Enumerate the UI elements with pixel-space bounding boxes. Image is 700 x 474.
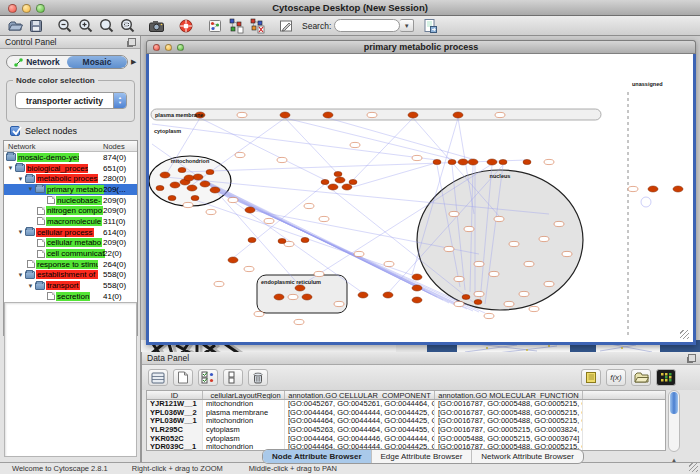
- graph-node[interactable]: [228, 257, 238, 263]
- tab-network-attribute-browser[interactable]: Network Attribute Browser: [471, 450, 582, 463]
- graph-node[interactable]: [468, 159, 478, 165]
- graph-node[interactable]: [342, 184, 352, 190]
- graph-node[interactable]: [335, 177, 345, 183]
- network-tree-row[interactable]: macromolecule311(0): [4, 216, 137, 227]
- graph-node[interactable]: [673, 186, 683, 192]
- graph-node-outline[interactable]: [544, 159, 554, 164]
- graph-node-outline[interactable]: [237, 112, 247, 117]
- graph-node-outline[interactable]: [334, 301, 344, 306]
- tree-expander-icon[interactable]: ▼: [6, 164, 15, 172]
- graph-node[interactable]: [334, 171, 342, 176]
- graph-node-outline[interactable]: [367, 112, 377, 117]
- column-settings-icon[interactable]: [148, 369, 168, 386]
- create-network-icon[interactable]: [225, 17, 246, 35]
- table-row[interactable]: YLR295Ccytoplasm[GO:0045263, GO:0044464,…: [147, 426, 665, 435]
- search-dropdown-icon[interactable]: ▼: [400, 19, 414, 32]
- tree-expander-icon[interactable]: ▼: [16, 271, 25, 279]
- graph-node-outline[interactable]: [628, 186, 638, 191]
- graph-node[interactable]: [323, 112, 333, 118]
- select-nodes-checkbox[interactable]: [10, 126, 20, 136]
- column-header[interactable]: _cellularLayoutRegion: [203, 391, 285, 399]
- tab-edge-attribute-browser[interactable]: Edge Attribute Browser: [371, 450, 472, 463]
- network-tree-row[interactable]: ▼biological_process651(0): [4, 163, 137, 174]
- graph-node-outline[interactable]: [444, 246, 454, 251]
- select-attributes-icon[interactable]: [198, 369, 218, 386]
- import-network-icon[interactable]: [419, 17, 440, 35]
- graph-node[interactable]: [462, 295, 470, 300]
- column-header[interactable]: annotation.GO CELLULAR_COMPONENT: [285, 391, 435, 399]
- graph-node-outline[interactable]: [504, 301, 514, 306]
- graph-node-outline[interactable]: [228, 197, 238, 202]
- attribute-table-header[interactable]: ID_cellularLayoutRegionannotation.GO CEL…: [147, 391, 665, 400]
- destroy-network-icon[interactable]: [246, 17, 267, 35]
- graph-node-outline[interactable]: [294, 319, 304, 324]
- graph-node-outline[interactable]: [384, 261, 394, 266]
- graph-node-outline[interactable]: [539, 236, 549, 241]
- graph-node[interactable]: [474, 300, 482, 305]
- view-resize-grip[interactable]: [680, 330, 689, 339]
- graph-node[interactable]: [648, 186, 658, 192]
- column-header[interactable]: ID: [147, 391, 203, 399]
- graph-node[interactable]: [280, 112, 290, 118]
- annotation-icon[interactable]: [275, 17, 296, 35]
- graph-node[interactable]: [487, 159, 497, 165]
- graph-node[interactable]: [321, 179, 329, 184]
- graph-node-outline[interactable]: [350, 142, 360, 147]
- graph-node[interactable]: [408, 112, 418, 118]
- tree-expander-icon[interactable]: ▼: [16, 175, 25, 183]
- network-tree-row[interactable]: nucleobase-209(0): [4, 195, 137, 206]
- graph-node[interactable]: [523, 159, 531, 164]
- graph-node[interactable]: [168, 195, 176, 200]
- attribute-table[interactable]: ID_cellularLayoutRegionannotation.GO CEL…: [146, 390, 666, 451]
- graph-node[interactable]: [358, 292, 368, 298]
- graph-node[interactable]: [156, 185, 164, 190]
- node-color-dropdown[interactable]: transporter activity ▲▼: [15, 92, 127, 109]
- graph-node[interactable]: [302, 294, 312, 300]
- network-tree-row[interactable]: ▼transport558(0): [4, 280, 137, 291]
- graph-node[interactable]: [245, 207, 255, 213]
- graph-node-outline[interactable]: [183, 202, 193, 207]
- graph-node-outline[interactable]: [235, 152, 245, 157]
- graph-node-outline[interactable]: [562, 251, 572, 256]
- graph-node-outline[interactable]: [304, 203, 314, 208]
- tab-node-attribute-browser[interactable]: Node Attribute Browser: [263, 450, 371, 463]
- zoom-selected-icon[interactable]: [117, 17, 138, 35]
- graph-node[interactable]: [200, 181, 210, 187]
- graph-node[interactable]: [433, 159, 441, 164]
- graph-node-outline[interactable]: [529, 306, 539, 311]
- network-tree-row[interactable]: ▼metabolic process280(0): [4, 173, 137, 184]
- network-tree-row[interactable]: ▼primary metabo209(...: [4, 184, 137, 195]
- save-session-icon[interactable]: [25, 17, 46, 35]
- graph-node-outline[interactable]: [449, 211, 459, 216]
- graph-node-outline[interactable]: [524, 261, 534, 266]
- graph-node-outline[interactable]: [254, 311, 264, 316]
- graph-node[interactable]: [160, 172, 170, 178]
- graph-node[interactable]: [187, 185, 197, 191]
- graph-node-outline[interactable]: [214, 281, 224, 286]
- graph-node[interactable]: [278, 238, 286, 243]
- formula-builder-icon[interactable]: f(x): [606, 369, 626, 386]
- graph-node-outline[interactable]: [544, 281, 554, 286]
- column-header[interactable]: annotation.GO MOLECULAR_FUNCTION: [435, 391, 583, 399]
- graph-node[interactable]: [274, 294, 284, 300]
- table-row[interactable]: YPL036W__2plasma membrane[GO:0044464, GO…: [147, 409, 665, 418]
- table-row[interactable]: YKR052Ccytoplasm[GO:0044464, GO:0044446,…: [147, 435, 665, 444]
- graph-node[interactable]: [458, 159, 468, 165]
- graph-node[interactable]: [248, 237, 256, 242]
- zoom-out-icon[interactable]: [54, 17, 75, 35]
- graph-node[interactable]: [193, 174, 203, 180]
- zoom-in-icon[interactable]: [75, 17, 96, 35]
- table-row[interactable]: YJR121W__1mitochondrion[GO:0045267, GO:0…: [147, 400, 665, 409]
- new-attribute-icon[interactable]: [173, 369, 193, 386]
- import-attributes-icon[interactable]: [631, 369, 651, 386]
- tab-mosaic[interactable]: Mosaic: [67, 56, 127, 68]
- graph-node[interactable]: [170, 182, 180, 188]
- window-resize-grip[interactable]: [689, 463, 698, 472]
- tree-expander-icon[interactable]: ▼: [16, 228, 25, 236]
- network-tree-row[interactable]: cellular metabo209(0): [4, 238, 137, 249]
- graph-node-outline[interactable]: [464, 226, 474, 231]
- graph-node-outline[interactable]: [454, 276, 464, 281]
- graph-node-outline[interactable]: [206, 209, 216, 214]
- graph-node-outline[interactable]: [474, 261, 484, 266]
- graph-node-outline[interactable]: [454, 301, 464, 306]
